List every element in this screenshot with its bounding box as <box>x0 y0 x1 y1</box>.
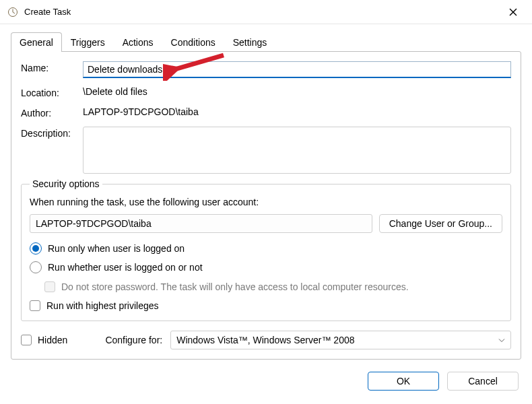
security-intro: When running the task, use the following… <box>30 197 502 207</box>
close-icon <box>509 8 517 16</box>
checkbox-icon <box>21 335 32 345</box>
tab-settings[interactable]: Settings <box>224 32 276 52</box>
change-user-button[interactable]: Change User or Group... <box>379 214 502 233</box>
window-title: Create Task <box>24 7 71 17</box>
author-value: LAPTOP-9TDCPGOD\taiba <box>83 106 511 117</box>
name-label: Name: <box>21 61 83 73</box>
description-input[interactable] <box>83 127 511 174</box>
user-account-display: LAPTOP-9TDCPGOD\taiba <box>30 214 372 233</box>
radio-icon <box>30 261 42 273</box>
configure-for-select[interactable]: Windows Vista™, Windows Server™ 2008 <box>170 331 511 349</box>
checkbox-highest-privileges[interactable]: Run with highest privileges <box>30 300 502 311</box>
tab-general[interactable]: General <box>11 32 62 52</box>
radio-any-user-label: Run whether user is logged on or not <box>48 262 203 273</box>
checkbox-icon <box>44 281 55 292</box>
no-store-password-label: Do not store password. The task will onl… <box>61 281 409 292</box>
description-label: Description: <box>21 127 83 139</box>
svg-line-2 <box>13 12 15 13</box>
location-label: Location: <box>21 86 83 98</box>
radio-any-user[interactable]: Run whether user is logged on or not <box>30 261 502 273</box>
close-button[interactable] <box>501 0 525 24</box>
tab-actions[interactable]: Actions <box>114 32 162 52</box>
ok-button[interactable]: OK <box>368 372 439 391</box>
chevron-down-icon <box>498 338 505 343</box>
security-legend: Security options <box>30 178 102 189</box>
configure-for-label: Configure for: <box>105 335 162 345</box>
radio-icon <box>30 242 42 255</box>
tab-conditions[interactable]: Conditions <box>162 32 224 52</box>
highest-privileges-label: Run with highest privileges <box>46 300 159 311</box>
hidden-label: Hidden <box>38 335 67 345</box>
app-icon <box>7 6 19 18</box>
configure-for-value: Windows Vista™, Windows Server™ 2008 <box>176 335 354 345</box>
checkbox-icon <box>30 300 40 311</box>
checkbox-no-store-password: Do not store password. The task will onl… <box>44 281 502 292</box>
radio-logged-on-label: Run only when user is logged on <box>48 243 185 254</box>
location-value: \Delete old files <box>83 86 511 97</box>
tab-triggers[interactable]: Triggers <box>62 32 114 52</box>
checkbox-hidden[interactable]: Hidden <box>21 335 67 345</box>
name-input[interactable] <box>83 61 511 78</box>
radio-logged-on[interactable]: Run only when user is logged on <box>30 242 502 255</box>
author-label: Author: <box>21 106 83 119</box>
cancel-button[interactable]: Cancel <box>447 372 519 391</box>
